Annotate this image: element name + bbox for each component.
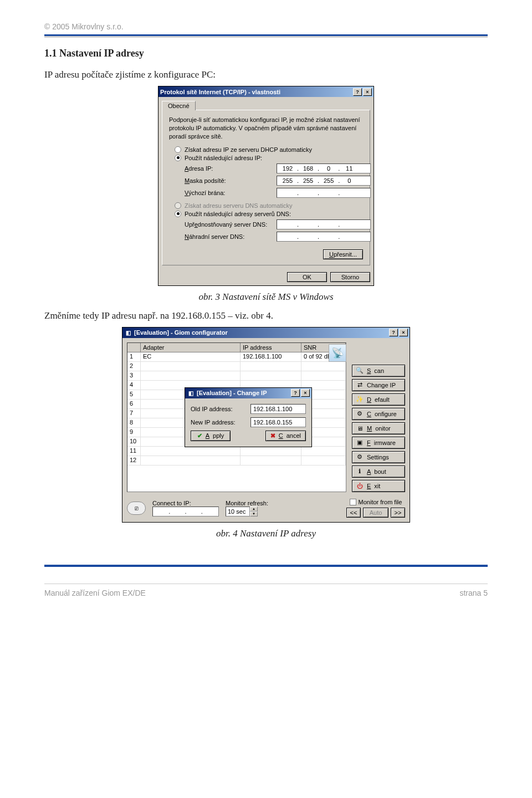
info-icon: ℹ bbox=[356, 468, 364, 475]
close-icon[interactable]: × bbox=[363, 88, 372, 96]
label-dns2: Náhradní server DNS: bbox=[185, 233, 273, 240]
chip-icon: ▣ bbox=[356, 439, 364, 447]
help-icon[interactable]: ? bbox=[353, 88, 362, 96]
old-ip-label: Old IP address: bbox=[191, 406, 246, 412]
exit-button[interactable]: ⏻Exit bbox=[352, 480, 405, 492]
cancel-button[interactable]: ✖Cancel bbox=[265, 431, 306, 441]
wand-icon: ✨ bbox=[356, 396, 364, 403]
label-mask: Maska podsítě: bbox=[185, 177, 273, 184]
scan-button[interactable]: 🔍Scan bbox=[352, 365, 405, 377]
monitor-file-label: Monitor from file bbox=[359, 499, 402, 505]
check-icon: ✔ bbox=[197, 432, 202, 439]
refresh-label: Monitor refresh: bbox=[226, 500, 268, 507]
change-ip-button[interactable]: ⇄Change IP bbox=[352, 379, 405, 391]
old-ip-field[interactable] bbox=[250, 404, 306, 414]
cancel-button[interactable]: Storno bbox=[330, 272, 370, 282]
radio-dhcp-label: Získat adresu IP ze serveru DHCP automat… bbox=[185, 146, 312, 153]
magnifier-icon: 🔍 bbox=[356, 367, 364, 375]
advanced-button[interactable]: Upřesnit... bbox=[323, 249, 363, 259]
col-adapter[interactable]: Adapter bbox=[141, 343, 241, 352]
label-gateway: Výchozí brána: bbox=[185, 190, 273, 196]
radio-dhcp[interactable]: Získat adresu IP ze serveru DHCP automat… bbox=[175, 146, 363, 153]
about-button[interactable]: ℹAbout bbox=[352, 466, 405, 478]
table-row[interactable]: 2 bbox=[127, 362, 346, 371]
col-ip[interactable]: IP address bbox=[241, 343, 301, 352]
app-icon: ◧ bbox=[124, 329, 132, 336]
copyright-line: © 2005 Mikrovlny s.r.o. bbox=[44, 22, 488, 31]
change-ip-dialog: ◧ [Evaluation] - Change IP ? × Old IP ad… bbox=[185, 387, 312, 447]
radio-dns-manual[interactable]: Použít následující adresy serverů DNS: bbox=[175, 211, 363, 217]
ok-button[interactable]: OK bbox=[287, 272, 327, 282]
change-ip-title: [Evaluation] - Change IP bbox=[197, 390, 267, 396]
dns1-field[interactable]: ... bbox=[277, 219, 371, 229]
mid-text: Změníme tedy IP adresu např. na 192.168.… bbox=[44, 310, 488, 321]
power-icon: ⏻ bbox=[356, 482, 364, 490]
table-row[interactable]: 1 EC 192.168.1.100 0 of 92 dB bbox=[127, 352, 346, 362]
close-icon[interactable]: × bbox=[399, 329, 408, 336]
x-icon: ✖ bbox=[270, 432, 275, 439]
change-ip-titlebar: ◧ [Evaluation] - Change IP ? × bbox=[185, 388, 311, 398]
firmware-button[interactable]: ▣Firmware bbox=[352, 437, 405, 449]
monitor-icon: 🖥 bbox=[356, 424, 364, 432]
subnet-mask-field[interactable]: 255. 255. 255. 0 bbox=[277, 176, 371, 186]
intro-text: IP adresu počítače zjistíme z konfigurac… bbox=[44, 69, 488, 80]
table-row[interactable]: 12 bbox=[127, 456, 346, 466]
gears-icon: ⚙ bbox=[356, 410, 364, 418]
radio-dns-auto-label: Získat adresu serveru DNS automaticky bbox=[185, 202, 292, 209]
table-row[interactable]: 11 bbox=[127, 447, 346, 456]
monitor-file-checkbox[interactable] bbox=[350, 499, 356, 505]
ip-address-field[interactable]: 192. 168. 0. 11 bbox=[277, 163, 371, 173]
tcpip-description: Podporuje-li síť automatickou konfigurac… bbox=[169, 116, 363, 141]
tcpip-titlebar: Protokol sítě Internet (TCP/IP) - vlastn… bbox=[158, 86, 374, 97]
radio-static-ip[interactable]: Použít následující adresu IP: bbox=[175, 155, 363, 161]
giom-title: [Evaluation] - Giom configurator bbox=[134, 329, 228, 336]
footer-right: strana 5 bbox=[459, 589, 488, 597]
configure-button[interactable]: ⚙Configure bbox=[352, 408, 405, 420]
tab-general[interactable]: Obecné bbox=[162, 101, 196, 110]
tcpip-title: Protokol sítě Internet (TCP/IP) - vlastn… bbox=[160, 89, 280, 95]
label-ip: AAdresa IP:dresa IP: bbox=[185, 165, 273, 172]
label-dns1: Upřednostňovaný server DNS: bbox=[185, 221, 273, 228]
dns2-field[interactable]: ... bbox=[277, 232, 371, 242]
close-icon[interactable]: × bbox=[301, 389, 310, 397]
header-rule bbox=[44, 34, 488, 38]
chevron-down-icon[interactable]: ▼ bbox=[250, 511, 258, 516]
help-icon[interactable]: ? bbox=[291, 389, 300, 397]
radio-dns-auto: Získat adresu serveru DNS automaticky bbox=[175, 202, 363, 209]
gear-icon: ⚙ bbox=[356, 453, 364, 461]
connect-ip-field[interactable]: ... bbox=[152, 507, 219, 516]
satellite-icon: 📡 bbox=[329, 344, 346, 362]
default-button[interactable]: ✨Default bbox=[352, 393, 405, 406]
swap-icon: ⇄ bbox=[356, 381, 364, 389]
settings-button[interactable]: ⚙Settings bbox=[352, 451, 405, 463]
plug-icon: ⎚ bbox=[127, 502, 146, 515]
next-button[interactable]: >> bbox=[391, 508, 405, 518]
radio-static-ip-label: Použít následující adresu IP: bbox=[185, 155, 262, 161]
monitor-button[interactable]: 🖥Monitor bbox=[352, 422, 405, 434]
help-icon[interactable]: ? bbox=[389, 329, 398, 336]
tcpip-dialog: Protokol sítě Internet (TCP/IP) - vlastn… bbox=[158, 86, 374, 286]
chevron-up-icon[interactable]: ▲ bbox=[250, 507, 258, 511]
giom-dialog: ◧ [Evaluation] - Giom configurator ? × 📡… bbox=[122, 327, 410, 523]
footer-left: Manuál zařízení Giom EX/DE bbox=[44, 589, 146, 597]
new-ip-label: New IP address: bbox=[191, 419, 246, 426]
prev-button[interactable]: << bbox=[346, 508, 361, 518]
figure4-caption: obr. 4 Nastavení IP adresy bbox=[44, 528, 488, 539]
radio-dns-manual-label: Použít následující adresy serverů DNS: bbox=[185, 211, 291, 217]
refresh-spinner[interactable]: ▲▼ bbox=[226, 507, 258, 516]
app-icon: ◧ bbox=[187, 389, 195, 397]
apply-button[interactable]: ✔Apply bbox=[191, 431, 231, 441]
giom-titlebar: ◧ [Evaluation] - Giom configurator ? × bbox=[122, 328, 410, 338]
section-title: 1.1 Nastavení IP adresy bbox=[44, 48, 488, 59]
col-n[interactable] bbox=[127, 343, 141, 352]
table-row[interactable]: 3 bbox=[127, 371, 346, 381]
footer-rule bbox=[44, 565, 488, 567]
auto-button: Auto bbox=[363, 508, 388, 518]
figure3-caption: obr. 3 Nastavení sítě MS v Windows bbox=[44, 291, 488, 303]
gateway-field[interactable]: ... bbox=[277, 188, 371, 198]
new-ip-field[interactable] bbox=[250, 417, 306, 427]
connect-label: Connect to IP: bbox=[152, 500, 219, 507]
